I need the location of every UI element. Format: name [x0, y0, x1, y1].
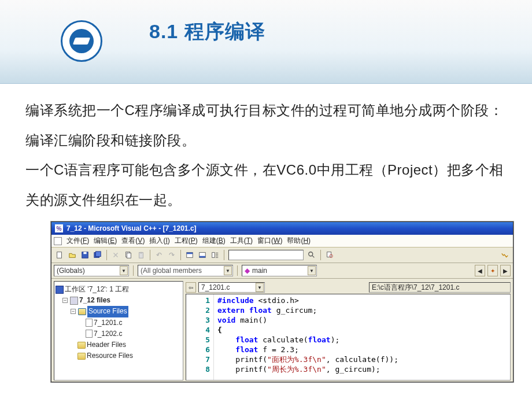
ide-titlebar: % 7_12 - Microsoft Visual C++ - [7_1201.… [51, 222, 513, 235]
scope-combo[interactable]: (Globals)▼ [54, 265, 129, 276]
ide-main-area: 工作区 '7_12': 1 工程 −7_12 files −Source Fil… [51, 279, 513, 382]
menu-help[interactable]: 帮助(H) [287, 236, 311, 246]
tree-file-2[interactable]: 7_1202.c [56, 328, 182, 339]
folder-icon [78, 308, 86, 315]
find-icon[interactable] [306, 249, 317, 261]
vcpp-icon: % [55, 224, 63, 232]
slide-body: 编译系统把一个C程序编译成可执行目标文件的过程可简单地分成两个阶段：编译汇编阶段… [0, 84, 532, 215]
code-line: float f = 2.3; [217, 345, 398, 354]
code-line: printf("周长为%.3f\n", g_circum); [217, 364, 398, 374]
svg-line-15 [312, 256, 315, 258]
redo-icon[interactable]: ↷ [166, 249, 178, 261]
editor-file-combo[interactable]: 7_1201.c▼ [198, 282, 265, 293]
tree-source-folder[interactable]: −Source Files [56, 306, 182, 317]
svg-rect-4 [96, 252, 101, 257]
slide-title: 8.1 程序编译 [149, 19, 265, 45]
ide-wizard-bar: (Globals)▼ (All global members▼ ◆main▼ ◀… [51, 263, 513, 279]
code-line: #include <stdio.h> [217, 295, 398, 305]
chevron-down-icon: ▼ [308, 266, 316, 275]
code-line: float calculate(float); [217, 335, 398, 345]
tree-header-folder[interactable]: Header Files [56, 339, 182, 350]
menu-insert[interactable]: 插入(I) [149, 236, 169, 246]
menu-view[interactable]: 查看(V) [121, 236, 145, 246]
editor-pane: ⇦ 7_1201.c▼ E:\c语言程序\7_12\7_1201.c 1 2 3… [186, 281, 511, 380]
menu-window[interactable]: 窗口(W) [257, 236, 282, 246]
chevron-down-icon: ▼ [224, 266, 232, 275]
svg-rect-0 [57, 252, 62, 258]
paste-icon[interactable] [135, 249, 147, 261]
svg-rect-6 [127, 253, 131, 258]
collapse-icon[interactable]: − [71, 309, 76, 314]
find-input[interactable] [228, 250, 304, 260]
paragraph-1: 编译系统把一个C程序编译成可执行目标文件的过程可简单地分成两个阶段：编译汇编阶段… [25, 95, 507, 155]
find-in-files-icon[interactable] [324, 249, 335, 261]
c-file-icon [86, 330, 93, 338]
menu-build[interactable]: 组建(B) [202, 236, 226, 246]
cut-icon[interactable] [110, 249, 121, 261]
new-file-icon[interactable] [54, 249, 65, 261]
nav-forward-icon[interactable]: ▶ [500, 265, 511, 276]
svg-rect-13 [212, 253, 215, 258]
paragraph-2: 一个C语言程序可能包含多个源文件，在VC6.0中用工程（Project）把多个相… [25, 155, 507, 215]
tree-file-1[interactable]: 7_1201.c [56, 317, 182, 328]
folder-icon [77, 353, 86, 360]
c-file-icon [86, 319, 93, 327]
collapse-icon[interactable]: − [62, 298, 68, 303]
menu-tools[interactable]: 工具(T) [230, 236, 253, 246]
code-content: #include <stdio.h> extern float g_circum… [214, 294, 398, 380]
ide-screenshot: % 7_12 - Microsoft Visual C++ - [7_1201.… [51, 221, 513, 382]
ide-title-text: 7_12 - Microsoft Visual C++ - [7_1201.c] [66, 224, 197, 232]
save-all-icon[interactable] [92, 249, 104, 261]
open-icon[interactable] [66, 249, 78, 261]
tree-resource-folder[interactable]: Resource Files [56, 350, 182, 361]
menu-file[interactable]: 文件(F) [66, 236, 89, 246]
code-line: { [217, 325, 398, 335]
code-line: printf("面积为%.3f\n", calculate(f)); [217, 354, 398, 364]
workspace-icon[interactable] [184, 249, 195, 261]
chevron-down-icon: ▼ [256, 283, 264, 292]
svg-rect-12 [200, 256, 206, 258]
university-logo [61, 20, 102, 62]
line-gutter: 1 2 3 4 5 6 7 8 [186, 294, 214, 380]
folder-icon [77, 342, 86, 349]
code-editor[interactable]: 1 2 3 4 5 6 7 8 #include <stdio.h> exter… [186, 294, 511, 380]
tree-workspace[interactable]: 工作区 '7_12': 1 工程 [56, 284, 182, 295]
code-line: void main() [217, 315, 398, 325]
save-icon[interactable] [79, 249, 91, 261]
output-icon[interactable] [197, 249, 208, 261]
members-combo[interactable]: (All global members▼ [138, 265, 233, 276]
editor-path-display: E:\c语言程序\7_12\7_1201.c [369, 282, 511, 293]
svg-point-14 [309, 252, 313, 256]
workspace-icon [56, 286, 64, 294]
nav-back-icon[interactable]: ◀ [475, 265, 485, 276]
svg-rect-2 [83, 252, 86, 254]
code-line: extern float g_circum; [217, 305, 398, 315]
svg-rect-8 [140, 252, 142, 254]
bullet-icon: ◆ [245, 267, 250, 275]
toolbar-options-icon[interactable] [499, 249, 511, 261]
undo-icon[interactable]: ↶ [153, 249, 165, 261]
ide-standard-toolbar: ↶ ↷ [51, 247, 513, 263]
project-icon [70, 297, 78, 305]
wand-icon[interactable]: ✦ [487, 265, 498, 276]
window-list-icon[interactable] [209, 249, 221, 261]
copy-icon[interactable] [123, 249, 134, 261]
svg-rect-10 [187, 253, 193, 254]
menu-project[interactable]: 工程(P) [175, 236, 198, 246]
slide-header: 8.1 程序编译 [0, 0, 532, 84]
tree-project[interactable]: −7_12 files [56, 295, 182, 306]
menu-edit[interactable]: 编辑(E) [94, 236, 117, 246]
logo-icon [69, 29, 94, 53]
function-combo[interactable]: ◆main▼ [242, 265, 317, 276]
ide-menubar: 文件(F) 编辑(E) 查看(V) 插入(I) 工程(P) 组建(B) 工具(T… [51, 235, 513, 247]
editor-nav-bar: ⇦ 7_1201.c▼ E:\c语言程序\7_12\7_1201.c [186, 281, 511, 294]
workspace-tree[interactable]: 工作区 '7_12': 1 工程 −7_12 files −Source Fil… [54, 281, 183, 380]
document-icon [54, 237, 62, 245]
history-back-icon[interactable]: ⇦ [186, 282, 196, 293]
chevron-down-icon: ▼ [120, 266, 128, 275]
